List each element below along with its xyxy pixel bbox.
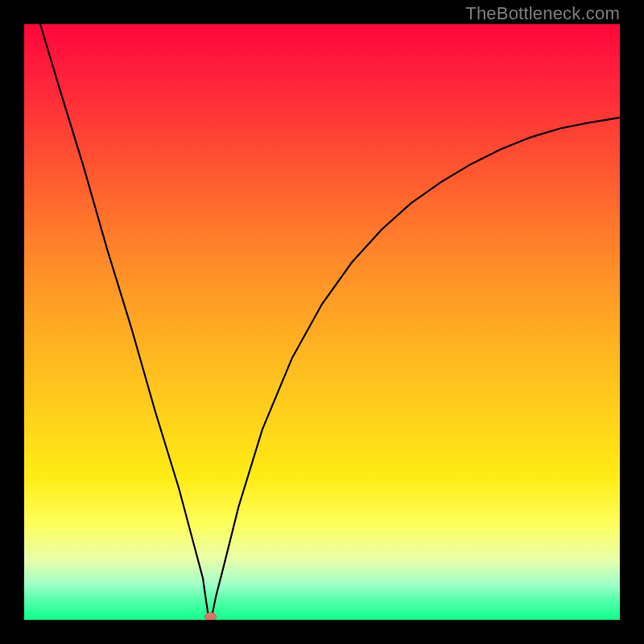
watermark-text: TheBottleneck.com xyxy=(465,3,620,24)
curve-layer xyxy=(24,24,620,620)
vertex-marker xyxy=(205,613,217,620)
bottleneck-curve-left xyxy=(40,24,210,620)
plot-area xyxy=(24,24,620,620)
bottleneck-curve-right xyxy=(211,118,620,620)
chart-frame: TheBottleneck.com xyxy=(0,0,644,644)
